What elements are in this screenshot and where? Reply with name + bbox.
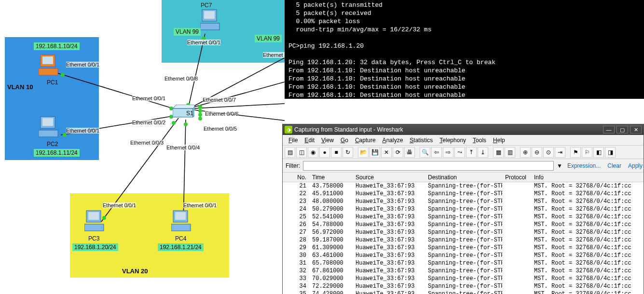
packet-row[interactable]: 2859.187000HuaweiTe_33:67:93Spanning-tre… xyxy=(283,236,644,244)
pc3-ip: 192.168.1.20/24 xyxy=(72,243,118,251)
packet-list-header[interactable]: No. Time Source Destination Protocol Inf… xyxy=(283,173,644,182)
col-protocol[interactable]: Protocol xyxy=(502,174,531,181)
pc7-port: Ethernet 0/0/1 xyxy=(187,40,220,45)
pc3-icon[interactable] xyxy=(84,210,109,233)
auto-scroll-icon[interactable]: ▥ xyxy=(505,147,515,158)
colorize-icon[interactable]: ▦ xyxy=(493,147,504,158)
wireshark-window[interactable]: ⬗ Capturing from Standard input - Wiresh… xyxy=(282,124,644,294)
menu-analyze[interactable]: Analyze xyxy=(380,136,406,145)
menu-file[interactable]: File xyxy=(286,136,301,145)
menu-go[interactable]: Go xyxy=(338,136,351,145)
filter-dropdown[interactable]: ▼ xyxy=(557,162,562,169)
go-first-icon[interactable]: ⤒ xyxy=(466,147,477,158)
maximize-button[interactable]: ▢ xyxy=(617,126,628,134)
col-time[interactable]: Time xyxy=(309,174,353,181)
open-icon[interactable]: 📂 xyxy=(358,147,369,158)
stop-capture-icon[interactable]: ■ xyxy=(331,147,342,158)
pc1-icon[interactable] xyxy=(39,54,63,77)
menu-statistics[interactable]: Statistics xyxy=(407,136,436,145)
svg-rect-34 xyxy=(171,224,191,231)
back-icon[interactable]: ⇦ xyxy=(431,147,442,158)
wireshark-toolbar: ▤◫◉●■↻📂💾✕⟳🖶🔍⇦⇨⤳⤒⤓▦▥⊕⊖⊙⇥⚑⚐◧◨ xyxy=(283,146,644,159)
svg-rect-30 xyxy=(88,212,99,220)
packet-row[interactable]: 3574.428000HuaweiTe_33:67:93Spanning-tre… xyxy=(283,290,644,294)
svg-rect-31 xyxy=(84,224,104,231)
menu-edit[interactable]: Edit xyxy=(301,136,317,145)
go-last-icon[interactable]: ⤓ xyxy=(478,147,488,158)
s1-e008: Ethernet 0/0/8 xyxy=(164,76,198,81)
pc2-name: PC2 xyxy=(47,141,58,147)
zoom-out-icon[interactable]: ⊖ xyxy=(532,147,542,158)
col-no[interactable]: No. xyxy=(283,174,309,181)
s1-ether-r: Ethernet ( xyxy=(263,52,286,58)
resize-cols-icon[interactable]: ⇥ xyxy=(555,147,565,158)
packet-row[interactable]: 2348.080000HuaweiTe_33:67:93Spanning-tre… xyxy=(283,198,644,205)
coloring-rules-icon[interactable]: ◧ xyxy=(593,147,604,158)
packet-row[interactable]: 2143.758000HuaweiTe_33:67:93Spanning-tre… xyxy=(283,182,644,190)
s1-e002: Ethernet 0/0/2 xyxy=(132,120,165,125)
restart-capture-icon[interactable]: ↻ xyxy=(343,147,353,158)
menu-view[interactable]: View xyxy=(318,136,337,145)
preferences-icon[interactable]: ◨ xyxy=(605,147,616,158)
menu-telephony[interactable]: Telephony xyxy=(437,136,469,145)
vlan20-label: VLAN 20 xyxy=(122,267,148,275)
packet-row[interactable]: 2961.309000HuaweiTe_33:67:93Spanning-tre… xyxy=(283,244,644,252)
packet-row[interactable]: 2450.279000HuaweiTe_33:67:93Spanning-tre… xyxy=(283,205,644,213)
display-filters-icon[interactable]: ⚐ xyxy=(582,147,592,158)
interfaces-icon[interactable]: ◫ xyxy=(296,147,307,158)
pc1-port: Ethernet 0/0/1 xyxy=(66,62,99,67)
zoom-reset-icon[interactable]: ⊙ xyxy=(543,147,554,158)
wireshark-app-icon: ⬗ xyxy=(285,126,292,134)
menu-tools[interactable]: Tools xyxy=(470,136,489,145)
pc2-icon[interactable] xyxy=(39,116,63,139)
menu-capture[interactable]: Capture xyxy=(352,136,379,145)
apply-button[interactable]: Apply xyxy=(626,162,644,169)
pc2-port: Ethernet 0/0/1 xyxy=(66,128,99,134)
packet-row[interactable]: 3063.461000HuaweiTe_33:67:93Spanning-tre… xyxy=(283,252,644,259)
col-info[interactable]: Info xyxy=(531,174,644,181)
pc4-icon[interactable] xyxy=(171,210,195,233)
packet-row[interactable]: 3472.229000HuaweiTe_33:67:93Spanning-tre… xyxy=(283,282,644,290)
expression-button[interactable]: Expression... xyxy=(565,162,603,169)
svg-point-22 xyxy=(198,117,202,120)
svg-rect-27 xyxy=(42,118,53,126)
wireshark-titlebar[interactable]: ⬗ Capturing from Standard input - Wiresh… xyxy=(283,124,644,135)
topology-canvas[interactable]: VLAN 10 VLAN 20 VLAN 99 VLAN 99 192.168.… xyxy=(0,0,285,294)
packet-row[interactable]: 2756.972000HuaweiTe_33:67:93Spanning-tre… xyxy=(283,228,644,236)
options-icon[interactable]: ◉ xyxy=(308,147,318,158)
switch-name: S1 xyxy=(186,110,193,117)
svg-point-16 xyxy=(184,122,188,126)
packet-row[interactable]: 3267.861000HuaweiTe_33:67:93Spanning-tre… xyxy=(283,267,644,275)
svg-rect-24 xyxy=(42,56,53,64)
packet-row[interactable]: 2654.788000HuaweiTe_33:67:93Spanning-tre… xyxy=(283,221,644,228)
zoom-in-icon[interactable]: ⊕ xyxy=(520,147,531,158)
forward-icon[interactable]: ⇨ xyxy=(443,147,453,158)
pc1-ip: 192.168.1.10/24 xyxy=(34,42,80,50)
close-button[interactable]: ✕ xyxy=(630,126,642,134)
save-icon[interactable]: 💾 xyxy=(370,147,380,158)
col-source[interactable]: Source xyxy=(353,174,425,181)
menu-help[interactable]: Help xyxy=(490,136,508,145)
start-capture-icon[interactable]: ● xyxy=(319,147,330,158)
reload-icon[interactable]: ⟳ xyxy=(393,147,403,158)
print-icon[interactable]: 🖶 xyxy=(404,147,415,158)
packet-row[interactable]: 3165.708000HuaweiTe_33:67:93Spanning-tre… xyxy=(283,259,644,267)
terminal-output[interactable]: 5 packet(s) transmitted 5 packet(s) rece… xyxy=(285,0,644,99)
list-icon[interactable]: ▤ xyxy=(285,147,295,158)
packet-row[interactable]: 2245.911000HuaweiTe_33:67:93Spanning-tre… xyxy=(283,190,644,198)
svg-point-21 xyxy=(198,113,202,117)
packet-row[interactable]: 2552.541000HuaweiTe_33:67:93Spanning-tre… xyxy=(283,213,644,221)
close-icon[interactable]: ✕ xyxy=(381,147,392,158)
filter-input[interactable] xyxy=(303,161,554,171)
capture-filters-icon[interactable]: ⚑ xyxy=(570,147,581,158)
find-icon[interactable]: 🔍 xyxy=(420,147,430,158)
packet-list[interactable]: No. Time Source Destination Protocol Inf… xyxy=(283,173,644,294)
jump-icon[interactable]: ⤳ xyxy=(454,147,465,158)
svg-line-7 xyxy=(194,82,285,107)
col-destination[interactable]: Destination xyxy=(425,174,502,181)
pc7-icon[interactable] xyxy=(200,9,224,32)
minimize-button[interactable]: — xyxy=(603,126,615,134)
clear-button[interactable]: Clear xyxy=(605,162,623,169)
svg-point-19 xyxy=(198,109,202,113)
packet-row[interactable]: 3370.029000HuaweiTe_33:67:93Spanning-tre… xyxy=(283,275,644,282)
